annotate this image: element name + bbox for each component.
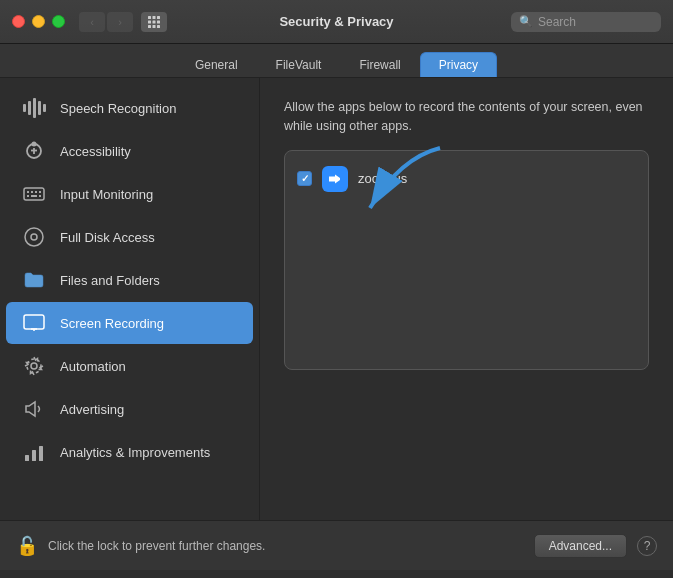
sidebar: Speech Recognition Accessibility [0, 78, 260, 520]
app-list: ✓ zoom.us [284, 150, 649, 370]
content-description: Allow the apps below to record the conte… [284, 98, 649, 136]
keyboard-icon [20, 180, 48, 208]
window: ‹ › Security & Privacy 🔍 General FileVau… [0, 0, 673, 570]
svg-rect-13 [24, 188, 44, 200]
sidebar-label-speech: Speech Recognition [60, 101, 176, 116]
help-button[interactable]: ? [637, 536, 657, 556]
svg-rect-4 [153, 20, 156, 23]
accessibility-icon [20, 137, 48, 165]
svg-rect-23 [24, 315, 44, 329]
sidebar-label-input: Input Monitoring [60, 187, 153, 202]
sidebar-item-full-disk-access[interactable]: Full Disk Access [6, 216, 253, 258]
close-button[interactable] [12, 15, 25, 28]
sidebar-label-disk: Full Disk Access [60, 230, 155, 245]
advanced-button[interactable]: Advanced... [534, 534, 627, 558]
app-name-zoom: zoom.us [358, 171, 407, 186]
zoom-app-icon [322, 166, 348, 192]
content-area: Allow the apps below to record the conte… [260, 78, 673, 520]
sidebar-item-accessibility[interactable]: Accessibility [6, 130, 253, 172]
svg-point-21 [25, 228, 43, 246]
gear-icon [20, 352, 48, 380]
sidebar-item-screen-recording[interactable]: Screen Recording [6, 302, 253, 344]
svg-rect-17 [39, 191, 41, 193]
waveform-icon [20, 94, 48, 122]
svg-rect-0 [148, 16, 151, 19]
sidebar-label-screen: Screen Recording [60, 316, 164, 331]
traffic-lights [12, 15, 65, 28]
nav-arrows: ‹ › [79, 12, 133, 32]
sidebar-item-advertising[interactable]: Advertising [6, 388, 253, 430]
tab-firewall[interactable]: Firewall [340, 52, 419, 77]
minimize-button[interactable] [32, 15, 45, 28]
folder-icon [20, 266, 48, 294]
window-title: Security & Privacy [279, 14, 393, 29]
sidebar-item-speech-recognition[interactable]: Speech Recognition [6, 87, 253, 129]
svg-rect-16 [35, 191, 37, 193]
tab-filevault[interactable]: FileVault [257, 52, 341, 77]
tab-general[interactable]: General [176, 52, 257, 77]
footer: 🔓 Click the lock to prevent further chan… [0, 520, 673, 570]
sidebar-label-files: Files and Folders [60, 273, 160, 288]
sidebar-item-automation[interactable]: Automation [6, 345, 253, 387]
svg-rect-19 [31, 195, 37, 197]
svg-rect-30 [39, 446, 43, 461]
svg-rect-5 [157, 20, 160, 23]
search-box[interactable]: 🔍 [511, 12, 661, 32]
sidebar-item-input-monitoring[interactable]: Input Monitoring [6, 173, 253, 215]
svg-rect-3 [148, 20, 151, 23]
megaphone-icon [20, 395, 48, 423]
svg-rect-20 [39, 195, 41, 197]
svg-rect-2 [157, 16, 160, 19]
grid-button[interactable] [141, 12, 167, 32]
checkmark-icon: ✓ [301, 173, 309, 184]
app-item-zoom[interactable]: ✓ zoom.us [285, 159, 648, 199]
sidebar-item-analytics[interactable]: Analytics & Improvements [6, 431, 253, 473]
main-area: Speech Recognition Accessibility [0, 78, 673, 520]
sidebar-label-accessibility: Accessibility [60, 144, 131, 159]
zoom-checkbox[interactable]: ✓ [297, 171, 312, 186]
tabs-bar: General FileVault Firewall Privacy [0, 44, 673, 78]
back-button[interactable]: ‹ [79, 12, 105, 32]
sidebar-item-files-folders[interactable]: Files and Folders [6, 259, 253, 301]
svg-rect-14 [27, 191, 29, 193]
svg-rect-1 [153, 16, 156, 19]
lock-icon[interactable]: 🔓 [16, 535, 38, 557]
forward-button[interactable]: › [107, 12, 133, 32]
chart-icon [20, 438, 48, 466]
sidebar-label-automation: Automation [60, 359, 126, 374]
svg-rect-18 [27, 195, 29, 197]
footer-text: Click the lock to prevent further change… [48, 539, 524, 553]
svg-point-22 [31, 234, 37, 240]
svg-rect-7 [153, 25, 156, 28]
svg-rect-15 [31, 191, 33, 193]
screen-icon [20, 309, 48, 337]
titlebar: ‹ › Security & Privacy 🔍 [0, 0, 673, 44]
svg-rect-29 [32, 450, 36, 461]
sidebar-label-analytics: Analytics & Improvements [60, 445, 210, 460]
maximize-button[interactable] [52, 15, 65, 28]
tab-privacy[interactable]: Privacy [420, 52, 497, 77]
svg-rect-28 [25, 455, 29, 461]
search-input[interactable] [538, 15, 653, 29]
sidebar-label-advertising: Advertising [60, 402, 124, 417]
svg-point-26 [31, 363, 37, 369]
search-icon: 🔍 [519, 15, 533, 28]
svg-rect-8 [157, 25, 160, 28]
svg-rect-6 [148, 25, 151, 28]
disk-icon [20, 223, 48, 251]
svg-point-27 [27, 359, 41, 373]
